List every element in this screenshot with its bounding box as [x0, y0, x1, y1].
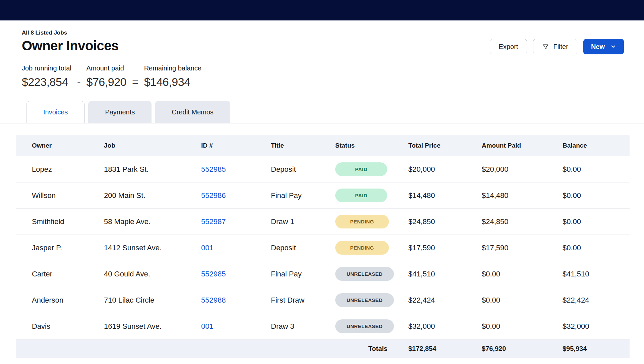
export-button-label: Export — [499, 43, 518, 51]
cell-total-price: $20,000 — [392, 156, 466, 183]
cell-job: 200 Main St. — [88, 183, 185, 209]
summary-label: Remaining balance — [144, 64, 201, 72]
cell-title: Draw 3 — [255, 313, 319, 340]
table-row[interactable]: Carter40 Gould Ave.552985Final PayUNRELE… — [16, 261, 630, 287]
cell-job: 1412 Sunset Ave. — [88, 235, 185, 261]
cell-balance: $0.00 — [546, 183, 630, 209]
summary-label: Amount paid — [86, 64, 126, 72]
invoice-id-link[interactable]: 552988 — [201, 296, 226, 304]
invoice-id-link[interactable]: 552986 — [201, 191, 226, 200]
cell-total-price: $22,424 — [392, 287, 466, 313]
cell-amount-paid: $0.00 — [466, 287, 546, 313]
cell-status: PAID — [319, 156, 392, 183]
table-row[interactable]: Davis1619 Sunset Ave.001Draw 3UNRELEASED… — [16, 313, 630, 340]
cell-balance: $22,424 — [546, 287, 630, 313]
tab-payments[interactable]: Payments — [88, 101, 152, 123]
totals-balance: $95,934 — [546, 340, 630, 358]
cell-owner: Davis — [16, 313, 88, 340]
cell-owner: Carter — [16, 261, 88, 287]
status-badge: UNRELEASED — [335, 267, 394, 281]
invoices-table: OwnerJobID #TitleStatusTotal PriceAmount… — [16, 135, 630, 358]
cell-id: 001 — [185, 235, 255, 261]
tab-bar: Invoices Payments Credit Memos — [0, 101, 644, 123]
invoices-table-container: OwnerJobID #TitleStatusTotal PriceAmount… — [16, 135, 630, 358]
invoice-id-link[interactable]: 001 — [201, 244, 214, 252]
cell-amount-paid: $24,850 — [466, 209, 546, 235]
cell-owner: Anderson — [16, 287, 88, 313]
new-button-label: New — [591, 43, 605, 51]
totals-total-price: $172,854 — [392, 340, 466, 358]
cell-id: 552985 — [185, 156, 255, 183]
cell-id: 552986 — [185, 183, 255, 209]
column-header-status: Status — [319, 135, 392, 156]
filter-button-label: Filter — [553, 43, 568, 51]
cell-id: 552988 — [185, 287, 255, 313]
tab-invoices[interactable]: Invoices — [26, 101, 85, 123]
status-badge: PAID — [335, 189, 387, 202]
cell-title: Deposit — [255, 235, 319, 261]
column-header-amount-paid: Amount Paid — [466, 135, 546, 156]
cell-status: UNRELEASED — [319, 313, 392, 340]
cell-owner: Lopez — [16, 156, 88, 183]
cell-balance: $0.00 — [546, 235, 630, 261]
invoice-id-link[interactable]: 552985 — [201, 165, 226, 173]
financial-summary: Job running total $223,854 - Amount paid… — [22, 64, 624, 88]
cell-amount-paid: $0.00 — [466, 313, 546, 340]
cell-amount-paid: $20,000 — [466, 156, 546, 183]
cell-status: UNRELEASED — [319, 261, 392, 287]
cell-status: PENDING — [319, 209, 392, 235]
status-badge: PENDING — [335, 241, 389, 255]
summary-remaining-balance: Remaining balance $146,934 — [144, 64, 201, 88]
table-row[interactable]: Lopez1831 Park St.552985DepositPAID$20,0… — [16, 156, 630, 183]
new-button[interactable]: New — [583, 39, 624, 54]
invoice-id-link[interactable]: 552985 — [201, 270, 226, 278]
status-badge: PAID — [335, 162, 387, 176]
top-navigation-bar — [0, 0, 644, 21]
cell-id: 552987 — [185, 209, 255, 235]
invoice-id-link[interactable]: 001 — [201, 322, 214, 330]
column-header-total-price: Total Price — [392, 135, 466, 156]
table-row[interactable]: Jasper P.1412 Sunset Ave.001DepositPENDI… — [16, 235, 630, 261]
cell-title: First Draw — [255, 287, 319, 313]
cell-owner: Smithfield — [16, 209, 88, 235]
table-row[interactable]: Smithfield58 Maple Ave.552987Draw 1PENDI… — [16, 209, 630, 235]
summary-job-running-total: Job running total $223,854 — [22, 64, 71, 88]
cell-job: 40 Gould Ave. — [88, 261, 185, 287]
cell-total-price: $17,590 — [392, 235, 466, 261]
cell-job: 710 Lilac Circle — [88, 287, 185, 313]
invoice-id-link[interactable]: 552987 — [201, 217, 226, 226]
column-header-title: Title — [255, 135, 319, 156]
cell-amount-paid: $17,590 — [466, 235, 546, 261]
cell-total-price: $24,850 — [392, 209, 466, 235]
cell-title: Deposit — [255, 156, 319, 183]
column-header-owner: Owner — [16, 135, 88, 156]
cell-job: 58 Maple Ave. — [88, 209, 185, 235]
export-button[interactable]: Export — [490, 39, 527, 54]
summary-value: $76,920 — [86, 76, 126, 88]
column-header-id: ID # — [185, 135, 255, 156]
tab-credit-memos[interactable]: Credit Memos — [155, 101, 230, 123]
cell-balance: $41,510 — [546, 261, 630, 287]
cell-amount-paid: $14,480 — [466, 183, 546, 209]
cell-status: PAID — [319, 183, 392, 209]
summary-value: $223,854 — [22, 76, 71, 88]
page-header: All 8 Listed Jobs Owner Invoices Export … — [0, 21, 644, 88]
cell-total-price: $41,510 — [392, 261, 466, 287]
column-header-job: Job — [88, 135, 185, 156]
table-row[interactable]: Anderson710 Lilac Circle552988First Draw… — [16, 287, 630, 313]
page-title: Owner Invoices — [22, 38, 119, 53]
funnel-icon — [542, 43, 549, 50]
table-row[interactable]: Willson200 Main St.552986Final PayPAID$1… — [16, 183, 630, 209]
cell-owner: Jasper P. — [16, 235, 88, 261]
totals-amount-paid: $76,920 — [466, 340, 546, 358]
summary-amount-paid: Amount paid $76,920 — [86, 64, 126, 88]
cell-title: Final Pay — [255, 261, 319, 287]
cell-balance: $0.00 — [546, 156, 630, 183]
status-badge: UNRELEASED — [335, 293, 394, 307]
minus-operator: - — [77, 76, 81, 88]
table-header-row: OwnerJobID #TitleStatusTotal PriceAmount… — [16, 135, 630, 156]
equals-operator: = — [132, 76, 138, 88]
cell-status: PENDING — [319, 235, 392, 261]
filter-button[interactable]: Filter — [533, 39, 577, 54]
summary-value: $146,934 — [144, 76, 201, 88]
